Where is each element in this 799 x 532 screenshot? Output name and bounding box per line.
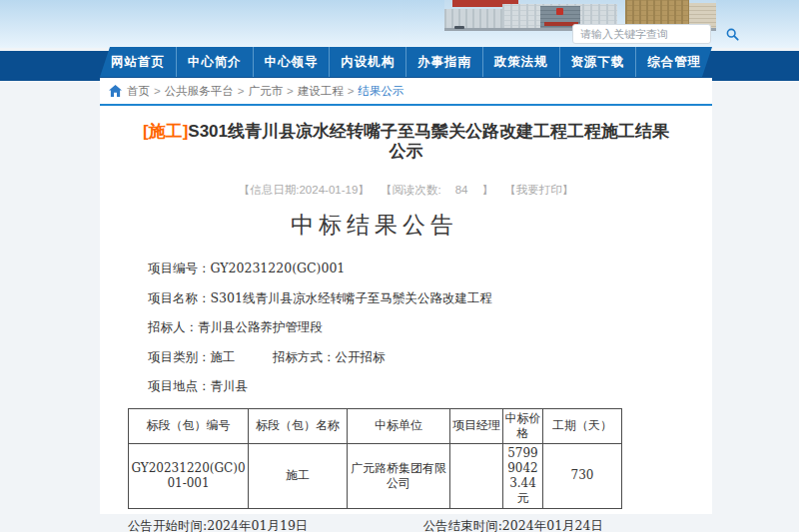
article-meta: 【信息日期:2024-01-19】 【阅读次数:84】 【我要打印】	[100, 183, 712, 198]
bid-result-table: 标段（包）编号标段（包）名称中标单位项目经理中标价格工期（天） GY202312…	[128, 408, 622, 509]
meta-info-date: 【信息日期:2024-01-19】	[239, 184, 370, 196]
nav-item-0[interactable]: 网站首页	[100, 47, 176, 77]
breadcrumb-separator: >	[238, 85, 245, 97]
meta-views-count: 84	[455, 184, 468, 196]
breadcrumb: 首页>公共服务平台>广元市>建设工程>结果公示	[100, 78, 712, 104]
table-cell-0-1: 施工	[249, 443, 348, 508]
table-header-5: 工期（天）	[543, 408, 622, 443]
table-cell-0-3	[450, 443, 503, 508]
breadcrumb-separator: >	[287, 85, 294, 97]
nav-item-4[interactable]: 办事指南	[405, 47, 482, 77]
meta-views: 【阅读次数:84】	[381, 184, 493, 196]
search-icon[interactable]	[726, 27, 739, 41]
announcement-end-time: 公告结束时间:2024年01月24日	[423, 518, 603, 532]
main-navigation: 网站首页中心简介中心领导内设机构办事指南政策法规资源下载综合管理	[100, 47, 712, 77]
title-text: S301线青川县凉水经转嘴子至马鬃关公路改建工程工程施工结果公示	[188, 122, 669, 161]
home-icon[interactable]	[109, 85, 122, 97]
announcement-start-time: 公告开始时间:2024年01月19日	[128, 518, 308, 532]
breadcrumb-item-1[interactable]: 公共服务平台	[165, 84, 234, 99]
detail-line-3: 项目类别：施工 招标方式：公开招标	[128, 349, 621, 366]
parked-car	[454, 26, 464, 29]
breadcrumb-item-3[interactable]: 建设工程	[298, 84, 344, 99]
table-header-3: 项目经理	[450, 408, 503, 443]
table-cell-0-2: 广元路桥集团有限公司	[348, 443, 450, 508]
content-card: 首页>公共服务平台>广元市>建设工程>结果公示 [施工]S301线青川县凉水经转…	[100, 78, 712, 514]
table-cell-0-4: 579990423.44元	[503, 443, 543, 508]
table-header-1: 标段（包）名称	[249, 408, 348, 443]
nav-item-1[interactable]: 中心简介	[176, 47, 253, 77]
breadcrumb-item-0[interactable]: 首页	[127, 84, 150, 99]
table-cell-0-0: GY20231220(GC)001-001	[129, 443, 249, 508]
table-header-2: 中标单位	[348, 408, 450, 443]
breadcrumb-separator: >	[348, 85, 355, 97]
breadcrumb-items: 首页>公共服务平台>广元市>建设工程>结果公示	[127, 84, 403, 99]
nav-item-2[interactable]: 中心领导	[253, 47, 330, 77]
title-category-tag: [施工]	[143, 122, 188, 141]
nav-item-3[interactable]: 内设机构	[329, 47, 405, 77]
search-input[interactable]	[573, 28, 726, 40]
building-red-emblem	[556, 8, 563, 15]
keyword-search-box	[572, 24, 711, 44]
table-header-0: 标段（包）编号	[129, 408, 249, 443]
breadcrumb-item-4: 结果公示	[358, 84, 403, 99]
detail-line-1: 项目名称：S301线青川县凉水经转嘴子至马鬃关公路改建工程	[128, 290, 621, 307]
announcement-times: 公告开始时间:2024年01月19日 公告结束时间:2024年01月24日	[128, 518, 603, 532]
table-header-4: 中标价格	[503, 408, 543, 443]
breadcrumb-divider	[100, 104, 712, 106]
announcement-heading: 中标结果公告	[128, 210, 621, 241]
breadcrumb-separator: >	[154, 85, 161, 97]
breadcrumb-item-2[interactable]: 广元市	[248, 84, 283, 99]
detail-line-0: 项目编号：GY20231220(GC)001	[128, 261, 621, 277]
detail-line-2: 招标人：青川县公路养护管理段	[128, 319, 621, 336]
nav-item-5[interactable]: 政策法规	[482, 47, 559, 77]
table-row: GY20231220(GC)001-001施工广元路桥集团有限公司5799904…	[129, 443, 622, 508]
table-cell-0-5: 730	[543, 443, 622, 508]
announcement-document: 中标结果公告 项目编号：GY20231220(GC)001项目名称：S301线青…	[128, 210, 621, 532]
page-title: [施工]S301线青川县凉水经转嘴子至马鬃关公路改建工程工程施工结果公示	[142, 122, 670, 162]
detail-line-4: 项目地点：青川县	[128, 378, 621, 395]
nav-item-7[interactable]: 综合管理	[635, 47, 712, 77]
nav-item-6[interactable]: 资源下载	[559, 47, 636, 77]
print-button[interactable]: 【我要打印】	[504, 184, 573, 196]
project-details: 项目编号：GY20231220(GC)001项目名称：S301线青川县凉水经转嘴…	[128, 261, 621, 395]
